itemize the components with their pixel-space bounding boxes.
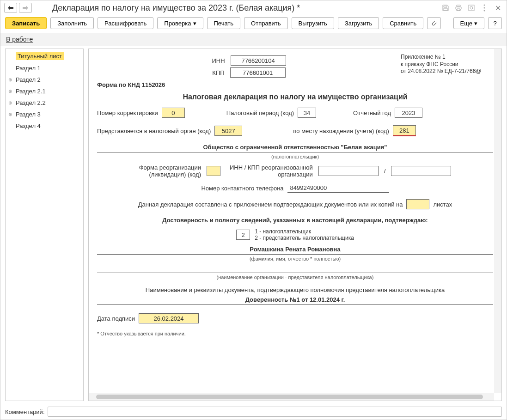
nav-back-button[interactable]	[4, 3, 17, 13]
decode-button[interactable]: Расшифровать	[98, 17, 153, 29]
place-field[interactable]: 281	[393, 125, 416, 135]
check-label: Проверка	[164, 20, 191, 27]
tree-item-label: Титульный лист	[16, 52, 64, 60]
attach-button[interactable]	[427, 17, 441, 29]
horizontal-scrollbar[interactable]	[89, 393, 494, 401]
arrow-right-icon	[23, 6, 28, 10]
slash: /	[384, 168, 386, 175]
form-heading: Налоговая декларация по налогу на имущес…	[97, 93, 493, 101]
sign-date-field[interactable]: 26.02.2024	[139, 313, 199, 323]
tree-item-section-2[interactable]: Раздел 2	[6, 74, 83, 85]
org-sub: (налогоплательщик)	[97, 154, 493, 159]
more-label: Еще	[460, 20, 472, 27]
authority-field[interactable]: 5027	[214, 126, 242, 136]
fill-button[interactable]: Заполнить	[50, 17, 94, 29]
more-button[interactable]: Еще ▾	[453, 17, 484, 29]
reorg-inn-field[interactable]	[318, 166, 379, 176]
svg-point-3	[484, 7, 485, 9]
svg-rect-0	[469, 5, 474, 11]
confirm-heading: Достоверность и полноту сведений, указан…	[97, 217, 493, 224]
svg-point-4	[484, 10, 485, 12]
kebab-menu-icon[interactable]	[480, 4, 489, 12]
tree-item-section-3[interactable]: Раздел 3	[6, 109, 83, 120]
signer-opt-2: 2 - представитель налогоплательщика	[255, 235, 354, 241]
rep-doc-heading: Наименование и реквизиты документа, подт…	[97, 286, 493, 293]
tree-item-label: Раздел 3	[16, 111, 41, 118]
year-field[interactable]: 2023	[395, 108, 422, 118]
tree-item-label: Раздел 2.1	[16, 88, 46, 95]
reorg-code-field[interactable]	[207, 166, 220, 176]
write-button[interactable]: Записать	[5, 17, 47, 29]
save-icon[interactable]	[441, 4, 450, 12]
tree-item-section-4[interactable]: Раздел 4	[6, 120, 83, 132]
chevron-down-icon: ▾	[193, 20, 196, 27]
signer-fio: Ромашкина Рената Романовна	[97, 246, 493, 253]
reorg-label-2: (ликвидация) (код)	[139, 171, 201, 178]
reorg-inn-label-1: ИНН / КПП реорганизованной	[230, 164, 313, 171]
print-icon[interactable]	[454, 4, 463, 12]
send-button[interactable]: Отправить	[244, 17, 287, 29]
horizontal-scrollbar-thumb[interactable]	[96, 395, 483, 399]
upload-button[interactable]: Выгрузить	[292, 17, 334, 29]
download-button[interactable]: Загрузить	[338, 17, 379, 29]
tree-item-label: Раздел 4	[16, 122, 41, 129]
chevron-down-icon: ▾	[474, 20, 477, 27]
period-label: Налоговый период (код)	[226, 110, 294, 116]
signer-opt-1: 1 - налогоплательщик	[255, 228, 354, 235]
help-button[interactable]: ?	[488, 17, 502, 29]
kpp-field[interactable]: 776601001	[230, 67, 286, 78]
sign-date-label: Дата подписи	[97, 315, 135, 322]
authority-label: Представляется в налоговый орган (код)	[97, 128, 211, 134]
org-name: Общество с ограниченной ответственностью…	[97, 144, 493, 151]
tree-item-section-1[interactable]: Раздел 1	[6, 62, 83, 74]
status-link[interactable]: В работе	[6, 36, 33, 43]
attach-label-1: Данная декларация составлена с приложени…	[138, 201, 403, 208]
form-area: ИНН 7766200104 КПП 776601001 Приложение …	[88, 49, 502, 401]
print-button[interactable]: Печать	[207, 17, 241, 29]
tree-item-label: Раздел 2	[16, 76, 41, 83]
tree-item-label: Раздел 1	[16, 65, 41, 72]
fio-sub: (фамилия, имя, отчество * полностью)	[97, 256, 493, 262]
signer-code-field[interactable]: 2	[236, 230, 250, 240]
tree-item-label: Раздел 2.2	[16, 99, 46, 106]
compare-button[interactable]: Сравнить	[383, 17, 423, 29]
sections-tree: Титульный лист Раздел 1 Раздел 2 Раздел …	[5, 49, 84, 401]
tree-item-title-page[interactable]: Титульный лист	[6, 50, 83, 62]
nav-forward-button[interactable]	[19, 3, 32, 13]
svg-point-1	[470, 6, 473, 9]
correction-field[interactable]: 0	[162, 108, 185, 118]
kpp-label: КПП	[212, 69, 224, 76]
period-field[interactable]: 34	[298, 108, 316, 118]
inn-label: ИНН	[212, 57, 225, 64]
reorg-inn-label-2: организации	[230, 171, 313, 178]
form-code: Форма по КНД 1152026	[97, 81, 493, 88]
paperclip-icon	[431, 20, 437, 26]
phone-field[interactable]: 84992490000	[287, 183, 389, 193]
preview-icon[interactable]	[467, 4, 476, 12]
vertical-scrollbar[interactable]	[494, 49, 501, 393]
rep-org-sub: (наименование организации - представител…	[97, 274, 493, 280]
comment-label: Комментарий:	[5, 408, 45, 415]
correction-label: Номер корректировки	[97, 110, 158, 116]
page-title: Декларация по налогу на имущество за 202…	[52, 3, 440, 13]
reorg-label-1: Форма реорганизации	[139, 164, 201, 171]
footnote: * Отчество указывается при наличии.	[97, 331, 493, 336]
attach-pages-field[interactable]	[406, 199, 429, 209]
check-button[interactable]: Проверка ▾	[157, 17, 203, 29]
phone-label: Номер контактного телефона	[201, 185, 283, 192]
comment-input[interactable]	[48, 407, 502, 417]
power-of-attorney: Доверенность №1 от 12.01.2024 г.	[97, 296, 493, 303]
reorg-kpp-field[interactable]	[391, 166, 451, 176]
attach-label-2: листах	[433, 201, 452, 208]
appendix-note: Приложение № 1 к приказу ФНС России от 2…	[401, 54, 493, 79]
year-label: Отчетный год	[353, 110, 391, 116]
inn-field[interactable]: 7766200104	[231, 55, 286, 66]
place-label: по месту нахождения (учета) (код)	[293, 128, 389, 134]
arrow-left-icon	[8, 6, 13, 10]
close-button[interactable]: ✕	[493, 4, 503, 12]
tree-item-section-2-2[interactable]: Раздел 2.2	[6, 97, 83, 109]
svg-point-2	[484, 5, 485, 6]
tree-item-section-2-1[interactable]: Раздел 2.1	[6, 85, 83, 97]
